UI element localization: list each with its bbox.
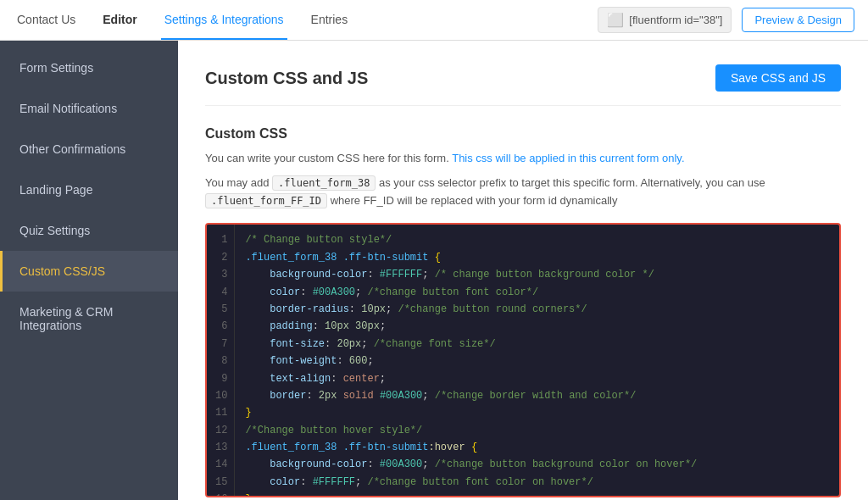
- selector-ff-id-code: .fluent_form_FF_ID: [205, 193, 327, 208]
- content-header: Custom CSS and JS Save CSS and JS: [205, 64, 841, 106]
- line-numbers: 123456 789101112 131415161718 1920212223…: [207, 225, 235, 496]
- sidebar-item-marketing-crm[interactable]: Marketing & CRM Integrations: [0, 292, 178, 346]
- selector-prefix-code: .fluent_form_38: [272, 175, 376, 191]
- code-content[interactable]: /* Change button style*/ .fluent_form_38…: [235, 225, 839, 496]
- shortcode-badge: ⬜ [fluentform id="38"]: [598, 7, 732, 33]
- highlight-text: This css will be applied in this current…: [452, 152, 684, 164]
- sidebar-item-other-confirmations[interactable]: Other Confirmations: [0, 129, 178, 169]
- top-nav: Contact Us Editor Settings & Integration…: [0, 0, 868, 41]
- nav-settings-integrations[interactable]: Settings & Integrations: [161, 1, 287, 40]
- save-css-js-button[interactable]: Save CSS and JS: [715, 64, 841, 92]
- shortcode-icon: ⬜: [607, 12, 624, 28]
- shortcode-text: [fluentform id="38"]: [629, 14, 722, 26]
- preview-design-button[interactable]: Preview & Design: [742, 8, 854, 32]
- nav-right: ⬜ [fluentform id="38"] Preview & Design: [598, 7, 854, 33]
- sidebar-item-custom-css-js[interactable]: Custom CSS/JS: [0, 251, 178, 292]
- description-1: You can write your custom CSS here for t…: [205, 150, 841, 168]
- page-title: Custom CSS and JS: [205, 69, 368, 88]
- nav-entries[interactable]: Entries: [308, 1, 352, 40]
- main-layout: Form Settings Email Notifications Other …: [0, 41, 868, 500]
- sidebar-item-email-notifications[interactable]: Email Notifications: [0, 88, 178, 129]
- code-editor-wrapper: 123456 789101112 131415161718 1920212223…: [205, 223, 841, 497]
- sidebar-item-quiz-settings[interactable]: Quiz Settings: [0, 210, 178, 251]
- description-2: You may add .fluent_form_38 as your css …: [205, 175, 841, 210]
- sidebar: Form Settings Email Notifications Other …: [0, 41, 178, 500]
- section-title-custom-css: Custom CSS: [205, 126, 841, 142]
- nav-editor[interactable]: Editor: [99, 1, 140, 40]
- content-area: Custom CSS and JS Save CSS and JS Custom…: [178, 41, 868, 500]
- nav-contact-us[interactable]: Contact Us: [14, 1, 79, 40]
- sidebar-item-landing-page[interactable]: Landing Page: [0, 169, 178, 210]
- code-editor[interactable]: 123456 789101112 131415161718 1920212223…: [207, 225, 839, 496]
- nav-links: Contact Us Editor Settings & Integration…: [14, 1, 351, 40]
- sidebar-item-form-settings[interactable]: Form Settings: [0, 47, 178, 88]
